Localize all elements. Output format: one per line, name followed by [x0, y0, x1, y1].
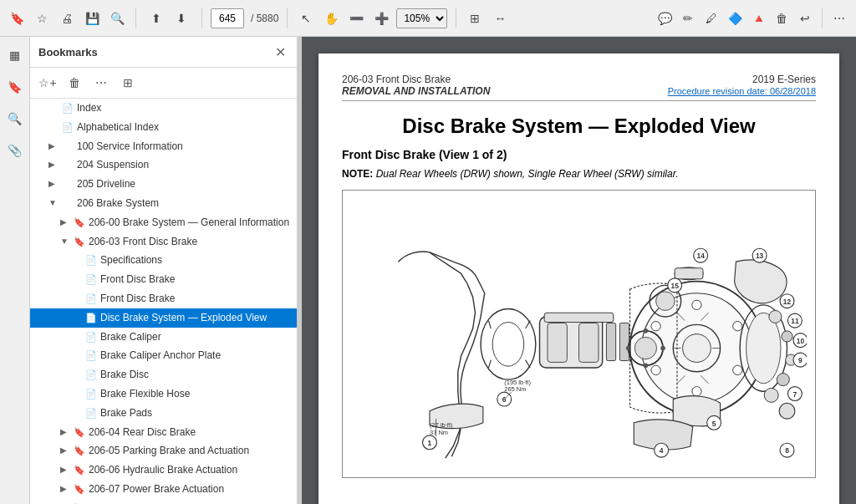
arrow-100: ▶ [48, 140, 60, 152]
save-icon[interactable]: 💾 [82, 8, 102, 28]
print-icon[interactable]: 🖨 [57, 8, 77, 28]
sidebar-item-206-03[interactable]: ▼ 🔖 206-03 Front Disc Brake [30, 232, 297, 252]
sidebar-item-brake-caliper-anchor[interactable]: 📄 Brake Caliper Anchor Plate [30, 346, 297, 365]
expand-all-button[interactable]: ⊞ [117, 72, 139, 94]
thumbnail-icon[interactable]: ▦ [3, 43, 27, 67]
svg-text:1: 1 [428, 439, 432, 447]
sidebar-item-100[interactable]: ▶ 100 Service Information [30, 137, 297, 156]
pdf-subtitle: Front Disc Brake (View 1 of 2) [342, 148, 816, 161]
sidebar-item-brake-pads[interactable]: 📄 Brake Pads [30, 404, 297, 423]
svg-text:4: 4 [660, 446, 664, 455]
svg-text:14: 14 [696, 252, 705, 260]
divider-3 [287, 8, 288, 28]
cursor-icon[interactable]: ↖ [296, 8, 316, 28]
zoom-in-icon[interactable]: ➕ [371, 8, 391, 28]
sidebar-item-206-04[interactable]: ▶ 🔖 206-04 Rear Disc Brake [30, 423, 297, 442]
fit-width-icon[interactable]: ↔ [490, 8, 510, 28]
sidebar-item-label-206-06: 206-06 Hydraulic Brake Actuation [89, 463, 290, 477]
svg-text:15: 15 [670, 282, 679, 290]
prev-page-button[interactable]: ⬆ [145, 7, 168, 30]
sidebar-item-disc-exploded[interactable]: 📄 Disc Brake System — Exploded View [30, 308, 297, 328]
add-bookmark-button[interactable]: ☆+ [37, 72, 59, 94]
zoom-in-small-icon[interactable]: 🔍 [107, 8, 127, 28]
bookmark-icon-206-04: 🔖 [74, 426, 85, 439]
sidebar-item-front-disc-2[interactable]: 📄 Front Disc Brake [30, 289, 297, 308]
sidebar-item-alpha-index[interactable]: 📄 Alphabetical Index [30, 118, 297, 137]
sidebar-item-index[interactable]: 📄 Index [30, 99, 297, 118]
sidebar-item-brake-flex-hose[interactable]: 📄 Brake Flexible Hose [30, 384, 297, 404]
sidebar-item-brake-disc[interactable]: 📄 Brake Disc [30, 365, 297, 384]
sidebar-item-label-206-04: 206-04 Rear Disc Brake [89, 425, 290, 440]
next-page-button[interactable]: ⬇ [170, 7, 193, 30]
sidebar-toolbar: ☆+ 🗑 ⋯ ⊞ [30, 68, 297, 99]
stamp-icon[interactable]: 🔷 [725, 8, 745, 28]
sidebar-item-204[interactable]: ▶ 204 Suspension [30, 155, 297, 175]
svg-text:37 Nm: 37 Nm [430, 429, 448, 436]
sidebar-item-label-205: 205 Driveline [77, 177, 290, 191]
divider-4 [456, 8, 456, 28]
pdf-section-title: 206-03 Front Disc Brake [342, 74, 490, 85]
sidebar-item-206-05[interactable]: ▶ 🔖 206-05 Parking Brake and Actuation [30, 441, 297, 461]
sidebar-item-label-204: 204 Suspension [77, 158, 290, 172]
pdf-area: 206-03 Front Disc Brake REMOVAL AND INST… [302, 37, 856, 504]
divider-5 [822, 8, 823, 28]
sidebar-item-206-00[interactable]: ▶ 🔖 206-00 Brake System — General Inform… [30, 213, 297, 232]
bookmark-options-button[interactable]: ⋯ [90, 72, 112, 94]
pdf-image-container: 6 265 Nm (195 lb·ft) 1 37 Nm (27 lb·ft) … [342, 190, 816, 478]
zoom-select[interactable]: 105% [396, 8, 447, 28]
main-area: ▦ 🔖 🔍 📎 Bookmarks ✕ ☆+ 🗑 ⋯ ⊞ 📄 Index 📄 [0, 37, 856, 504]
pencil-icon[interactable]: ✏ [678, 8, 698, 28]
bookmark-panel-icon[interactable]: 🔖 [3, 75, 27, 99]
svg-point-38 [777, 374, 789, 386]
svg-point-26 [644, 363, 649, 368]
pdf-title: Disc Brake System — Exploded View [342, 115, 816, 138]
page-navigation: ⬆ ⬇ [145, 7, 193, 30]
sidebar-item-206[interactable]: ▼ 206 Brake System [30, 194, 297, 213]
sidebar-item-label-206-07: 206-07 Power Brake Actuation [89, 482, 290, 496]
sidebar-item-206-07[interactable]: ▶ 🔖 206-07 Power Brake Actuation [30, 480, 297, 499]
sidebar-item-206-09[interactable]: ▶ 🔖 206-09 Anti-Lock Brake System (ABS) … [30, 499, 297, 504]
svg-point-15 [733, 322, 742, 331]
hand-icon[interactable]: ✋ [321, 8, 341, 28]
sidebar-item-specs[interactable]: 📄 Specifications [30, 251, 297, 270]
sidebar-item-label: Index [77, 101, 290, 115]
erase-icon[interactable]: 🗑 [772, 8, 792, 28]
pdf-note: NOTE: Dual Rear Wheels (DRW) shown, Sing… [342, 168, 816, 180]
doc-icon-brake-caliper: 📄 [85, 331, 97, 344]
zoom-out-icon[interactable]: ➖ [346, 8, 366, 28]
fit-page-icon[interactable]: ⊞ [465, 8, 485, 28]
svg-point-14 [651, 365, 660, 374]
sidebar-item-label-brake-pads: Brake Pads [100, 406, 290, 420]
sidebar-item-label-206-05: 206-05 Parking Brake and Actuation [89, 444, 290, 458]
svg-point-40 [779, 403, 795, 419]
sidebar-item-brake-caliper[interactable]: 📄 Brake Caliper [30, 328, 297, 347]
comment-icon[interactable]: 💬 [655, 8, 675, 28]
svg-text:5: 5 [712, 420, 716, 428]
highlight-icon[interactable]: 🖊 [701, 8, 721, 28]
shape-icon[interactable]: 🔺 [748, 8, 768, 28]
page-input[interactable]: 645 [211, 8, 244, 28]
doc-icon-front-disc-2: 📄 [85, 293, 97, 305]
pdf-revision-date[interactable]: Procedure revision date: 06/28/2018 [668, 86, 816, 96]
doc-icon-index: 📄 [62, 102, 74, 115]
sidebar-close-button[interactable]: ✕ [272, 43, 288, 60]
svg-point-36 [782, 331, 792, 342]
sidebar-item-label-brake-caliper-anchor: Brake Caliper Anchor Plate [100, 349, 290, 363]
sidebar-item-206-06[interactable]: ▶ 🔖 206-06 Hydraulic Brake Actuation [30, 461, 297, 480]
sidebar-item-label-alpha: Alphabetical Index [77, 120, 290, 135]
delete-bookmark-button[interactable]: 🗑 [64, 72, 85, 94]
bookmark-icon[interactable]: 🔖 [7, 8, 27, 28]
arrow-206-03: ▼ [60, 236, 72, 247]
svg-text:9: 9 [798, 356, 802, 364]
sidebar-item-front-disc-1[interactable]: 📄 Front Disc Brake [30, 270, 297, 289]
pdf-note-label: NOTE: [342, 168, 373, 180]
bookmark-icon-206-00: 🔖 [74, 216, 85, 229]
attachment-icon[interactable]: 📎 [3, 139, 27, 162]
more-icon[interactable]: ⋯ [829, 8, 849, 28]
sidebar: Bookmarks ✕ ☆+ 🗑 ⋯ ⊞ 📄 Index 📄 Alphabeti… [30, 37, 298, 504]
search-panel-icon[interactable]: 🔍 [3, 107, 27, 130]
arrow-206: ▼ [48, 197, 60, 209]
star-icon[interactable]: ☆ [32, 8, 52, 28]
undo-icon[interactable]: ↩ [795, 8, 815, 28]
sidebar-item-205[interactable]: ▶ 205 Driveline [30, 175, 297, 194]
